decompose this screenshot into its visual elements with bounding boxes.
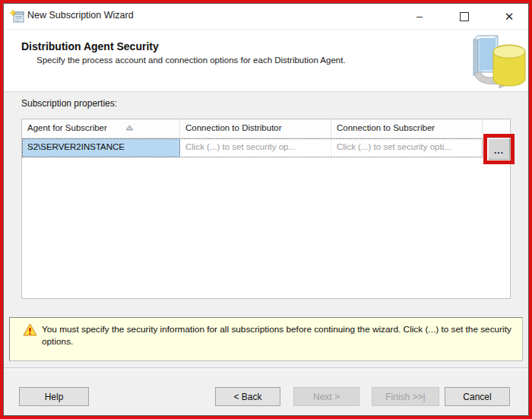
warning-triangle-icon — [23, 323, 37, 336]
column-header-distributor[interactable]: Connection to Distributor — [180, 119, 331, 138]
close-button[interactable]: ✕ — [498, 4, 521, 29]
maximize-button[interactable] — [453, 4, 476, 29]
wizard-window: New Subscription Wizard – ✕ Distribution… — [3, 3, 529, 416]
help-button[interactable]: Help — [19, 387, 89, 406]
distributor-connection-cell[interactable]: Click (...) to set security op... — [180, 138, 331, 157]
screenshot-annotation-border: New Subscription Wizard – ✕ Distribution… — [0, 0, 532, 419]
sort-ascending-icon — [125, 125, 134, 131]
window-title: New Subscription Wizard — [27, 10, 134, 21]
minimize-button[interactable]: – — [408, 4, 431, 29]
security-options-ellipsis-button[interactable]: ... — [488, 138, 510, 160]
page-header: Distribution Agent Security Specify the … — [4, 30, 528, 92]
page-subtitle: Specify the process account and connecti… — [36, 56, 346, 65]
cancel-button[interactable]: Cancel — [445, 387, 510, 406]
footer-divider — [4, 367, 528, 370]
title-bar: New Subscription Wizard – ✕ — [4, 4, 528, 30]
agent-cell-selected[interactable]: S2\SERVER2INSTANCE — [22, 138, 180, 157]
subscription-properties-grid: Agent for Subscriber Connection to Distr… — [21, 119, 511, 299]
next-button[interactable]: Next > — [293, 387, 359, 406]
finish-button[interactable]: Finish >>| — [372, 387, 439, 406]
wizard-app-icon — [10, 10, 25, 24]
replication-database-icon — [466, 32, 527, 90]
grid-header-row: Agent for Subscriber Connection to Distr… — [22, 119, 510, 138]
warning-panel: You must specify the security informatio… — [9, 317, 523, 361]
column-header-subscriber[interactable]: Connection to Subscriber — [331, 119, 483, 138]
page-title: Distribution Agent Security — [21, 40, 159, 52]
maximize-icon — [460, 12, 469, 21]
subscriber-connection-cell[interactable]: Click (...) to set security opti... — [331, 138, 483, 157]
back-button[interactable]: < Back — [215, 387, 280, 406]
subscription-row[interactable]: S2\SERVER2INSTANCE Click (...) to set se… — [22, 138, 483, 157]
column-header-agent[interactable]: Agent for Subscriber — [22, 119, 180, 138]
annotation-highlight-box: ... — [483, 134, 515, 164]
warning-message: You must specify the security informatio… — [42, 323, 515, 348]
subscription-properties-label: Subscription properties: — [21, 98, 117, 109]
